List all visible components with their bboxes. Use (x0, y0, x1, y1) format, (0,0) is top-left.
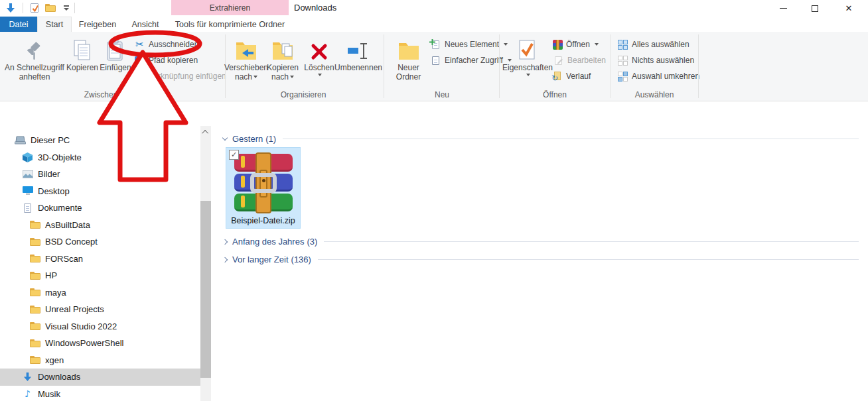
sidebar-item-forscan[interactable]: FORScan (0, 251, 200, 268)
paste-button[interactable]: Einfügen (100, 36, 131, 72)
qat-customize-dropdown[interactable] (60, 2, 73, 14)
close-button[interactable]: ✕ (833, 0, 864, 17)
sidebar-item-3d-objekte[interactable]: 3D-Objekte (0, 149, 200, 166)
edit-pencil-icon (553, 55, 564, 66)
sidebar-item-musik[interactable]: ♪ Musik (0, 386, 200, 401)
new-item-icon (430, 39, 441, 50)
select-none-button[interactable]: Nichts auswählen (617, 53, 694, 68)
sidebar-item-dieser-pc[interactable]: Dieser PC (0, 132, 200, 149)
group-separator (499, 34, 500, 98)
paste-shortcut-button: Verknüpfung einfügen (134, 69, 226, 84)
scrollbar-up-button[interactable] (200, 126, 211, 138)
winrar-zip-icon (233, 152, 294, 213)
folder-icon (29, 270, 40, 281)
sidebar-item-maya[interactable]: maya (0, 284, 200, 302)
qat-properties-button[interactable] (28, 2, 41, 14)
select-all-button[interactable]: Alles auswählen (617, 37, 689, 52)
title-bar: Extrahieren Downloads ✕ (0, 0, 868, 17)
sidebar-item-downloads[interactable]: Downloads (0, 369, 200, 386)
properties-button[interactable]: Eigenschaften (506, 36, 549, 76)
group-rule (324, 241, 859, 242)
copy-to-button[interactable]: Kopieren nach (265, 36, 300, 82)
properties-check-icon (31, 3, 38, 13)
select-all-icon (617, 39, 628, 50)
group-header-anfang-des-jahres[interactable]: Anfang des Jahres (3) (223, 236, 859, 247)
group-rule (318, 259, 859, 260)
pushpin-icon (26, 36, 43, 61)
qat-new-folder-button[interactable] (44, 2, 57, 14)
select-none-icon (617, 55, 628, 66)
contextual-header-label: Extrahieren (210, 3, 250, 13)
tab-compressed-folder-tools[interactable]: Tools für komprimierte Ordner (171, 17, 289, 32)
sidebar-item-asbuiltdata[interactable]: AsBuiltData (0, 217, 200, 234)
sidebar-item-bilder[interactable]: Bilder (0, 166, 200, 183)
tab-share[interactable]: Freigeben (74, 17, 121, 32)
sidebar-item-desktop[interactable]: Desktop (0, 183, 200, 200)
rename-button[interactable]: Umbenennen (337, 36, 380, 72)
dropdown-caret-icon (526, 74, 530, 76)
download-arrow-icon (22, 372, 33, 382)
easy-access-icon (430, 55, 441, 66)
explorer-window: Extrahieren Downloads ✕ Datei Start Frei… (0, 0, 868, 401)
group-label-new: Neu (396, 90, 488, 99)
file-name-label: Beispiel-Datei.zip (226, 216, 300, 225)
document-icon (22, 203, 33, 213)
download-arrow-icon (6, 3, 15, 13)
sidebar-item-bsd-concept[interactable]: BSD Concept (0, 233, 200, 251)
open-button[interactable]: Öffnen (553, 37, 599, 52)
dropdown-caret-icon (253, 76, 257, 78)
sidebar-item-windowspowershell[interactable]: WindowsPowerShell (0, 335, 200, 352)
pin-to-quickaccess-button[interactable]: An Schnellzugriff anheften (4, 36, 65, 82)
tab-view[interactable]: Ansicht (123, 17, 167, 32)
dropdown-caret-icon (595, 43, 599, 46)
sidebar-item-hp[interactable]: HP (0, 267, 200, 284)
maximize-icon (812, 5, 818, 12)
move-to-icon (235, 36, 257, 61)
qat-downloads-icon[interactable] (4, 2, 17, 14)
move-to-button[interactable]: Verschieben nach (229, 36, 263, 82)
minimize-button[interactable] (768, 0, 798, 17)
sidebar-item-dokumente[interactable]: Dokumente (0, 200, 200, 217)
sidebar-scrollbar[interactable] (200, 126, 211, 401)
qat-separator (74, 3, 75, 13)
group-separator (384, 34, 384, 98)
new-item-button[interactable]: Neues Element (430, 37, 508, 52)
copy-button[interactable]: Kopieren (66, 36, 98, 72)
copy-path-button[interactable]: W Pfad kopieren (134, 53, 198, 68)
group-label-organize: Organisieren (257, 90, 350, 99)
3d-cube-icon (22, 152, 33, 162)
sidebar-item-unreal-projects[interactable]: Unreal Projects (0, 301, 200, 318)
copy-to-icon (271, 36, 294, 61)
cut-button[interactable]: ✂ Ausschneiden (134, 37, 198, 52)
sidebar-item-xgen[interactable]: xgen (0, 352, 200, 369)
file-tile-beispiel-datei[interactable]: ✓ Beispiel-Datei.zip (226, 147, 301, 229)
invert-selection-button[interactable]: Auswahl umkehren (617, 69, 699, 84)
folder-icon (29, 237, 40, 247)
scrollbar-thumb[interactable] (200, 201, 211, 378)
group-header-gestern[interactable]: Gestern (1) (223, 133, 859, 144)
chevron-right-icon (222, 257, 228, 262)
minimize-icon (780, 8, 787, 9)
file-list-pane: Gestern (1) ✓ Beispiel-Datei.zip Anfang … (211, 126, 868, 401)
tab-file[interactable]: Datei (0, 17, 37, 32)
dropdown-caret-icon (318, 74, 322, 76)
ribbon: An Schnellzugriff anheften Kopieren (0, 32, 868, 101)
delete-button[interactable]: Löschen (303, 36, 335, 76)
copy-path-icon: W (134, 55, 145, 66)
invert-selection-icon (617, 71, 628, 82)
sidebar-item-visual-studio-2022[interactable]: Visual Studio 2022 (0, 318, 200, 335)
rename-icon (346, 36, 370, 61)
maximize-button[interactable] (800, 0, 830, 17)
tab-start[interactable]: Start (37, 17, 72, 32)
new-folder-button[interactable]: Neuer Ordner (390, 36, 427, 82)
history-button[interactable]: ↻ Verlauf (553, 69, 591, 84)
group-header-vor-langer-zeit[interactable]: Vor langer Zeit (136) (223, 254, 859, 265)
new-folder-icon (398, 36, 420, 61)
contextual-tab-header[interactable]: Extrahieren (171, 0, 289, 15)
properties-icon (519, 36, 536, 61)
scissors-icon: ✂ (134, 39, 145, 50)
file-checkbox[interactable]: ✓ (229, 150, 239, 160)
paste-shortcut-icon (134, 71, 145, 82)
group-label-open: Öffnen (508, 90, 601, 99)
qat-separator (23, 3, 23, 13)
